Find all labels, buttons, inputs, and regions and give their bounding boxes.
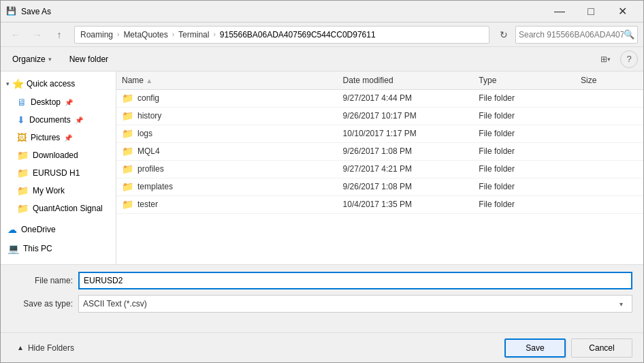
onedrive-label: OneDrive <box>21 225 56 234</box>
main-content: ▾ ⭐ Quick access 🖥 Desktop 📌 ⬇ Documents… <box>1 72 643 264</box>
navigation-toolbar: ← → ↑ Roaming › MetaQuotes › Terminal › … <box>1 22 643 47</box>
hide-folders-button[interactable]: ▲ Hide Folders <box>12 343 499 353</box>
bottom-panel: File name: Save as type: ASCII Text (*.c… <box>1 264 643 332</box>
breadcrumb-sep-2: › <box>171 31 176 38</box>
cancel-button[interactable]: Cancel <box>571 338 632 358</box>
breadcrumb-roaming[interactable]: Roaming <box>78 29 116 41</box>
table-row[interactable]: 📁 history 9/26/2017 10:17 PM File folder <box>116 107 643 125</box>
sidebar-item-quant[interactable]: 📁 QuantAction Signal <box>1 200 116 217</box>
table-row[interactable]: 📁 config 9/27/2017 4:44 PM File folder <box>116 89 643 107</box>
save-as-type-row: Save as type: ASCII Text (*.csv) ▾ <box>12 295 632 313</box>
col-header-name[interactable]: Name ▲ <box>116 72 338 89</box>
sidebar-item-my-work[interactable]: 📁 My Work <box>1 182 116 200</box>
breadcrumb-sep-1: › <box>116 31 120 38</box>
pictures-folder-icon: 🖼 <box>17 132 27 143</box>
file-label: templates <box>138 182 173 191</box>
refresh-button[interactable]: ↻ <box>495 26 513 44</box>
address-bar[interactable]: Roaming › MetaQuotes › Terminal › 915566… <box>74 26 489 44</box>
file-type-cell: File folder <box>473 195 575 213</box>
file-date-cell: 9/27/2017 4:44 PM <box>338 89 474 107</box>
search-input[interactable] <box>519 30 624 40</box>
sidebar-item-this-pc[interactable]: 💻 This PC <box>2 239 114 258</box>
close-button[interactable]: ✕ <box>607 1 638 22</box>
quant-label: QuantAction Signal <box>33 204 103 213</box>
folder-icon: 📁 <box>122 93 133 104</box>
table-row[interactable]: 📁 logs 10/10/2017 1:17 PM File folder <box>116 125 643 142</box>
forward-button[interactable]: → <box>28 26 47 44</box>
file-date-cell: 9/27/2017 4:21 PM <box>338 160 474 178</box>
titlebar: 💾 Save As — □ ✕ <box>1 1 643 22</box>
save-as-type-select[interactable]: ASCII Text (*.csv) ▾ <box>78 295 632 313</box>
minimize-button[interactable]: — <box>544 1 575 22</box>
file-size-cell <box>575 160 643 178</box>
documents-label: Documents <box>29 115 71 125</box>
file-type-cell: File folder <box>473 160 575 178</box>
folder-icon: 📁 <box>122 128 133 139</box>
file-name-cell: 📁 config <box>116 89 338 107</box>
dialog-title: Save As <box>21 7 544 16</box>
quick-access-expand-icon: ▾ <box>6 80 10 87</box>
view-options-button[interactable]: ⊞ ▾ <box>596 50 615 68</box>
search-icon: 🔍 <box>624 29 634 40</box>
sidebar-quick-access-header[interactable]: ▾ ⭐ Quick access <box>1 74 116 93</box>
sidebar: ▾ ⭐ Quick access 🖥 Desktop 📌 ⬇ Documents… <box>1 72 116 264</box>
file-type-cell: File folder <box>473 107 575 125</box>
sidebar-item-documents[interactable]: ⬇ Documents 📌 <box>1 111 116 129</box>
file-label: logs <box>138 129 152 138</box>
file-name-input[interactable] <box>78 272 632 289</box>
file-type-cell: File folder <box>473 89 575 107</box>
file-type-cell: File folder <box>473 125 575 142</box>
sidebar-item-pictures[interactable]: 🖼 Pictures 📌 <box>1 129 116 146</box>
file-label: tester <box>138 200 158 209</box>
sidebar-item-desktop[interactable]: 🖥 Desktop 📌 <box>1 93 116 111</box>
organize-button[interactable]: Organize ▾ <box>6 50 58 68</box>
folder-icon: 📁 <box>122 146 133 157</box>
table-row[interactable]: 📁 profiles 9/27/2017 4:21 PM File folder <box>116 160 643 178</box>
table-row[interactable]: 📁 tester 10/4/2017 1:35 PM File folder <box>116 195 643 213</box>
up-button[interactable]: ↑ <box>50 26 69 44</box>
breadcrumb-current: 915566BA06ADA407569C544CC0D97611 <box>217 29 379 41</box>
view-dropdown-icon: ▾ <box>607 56 611 63</box>
file-size-cell <box>575 195 643 213</box>
file-name-cell: 📁 tester <box>116 195 338 213</box>
eurusd-label: EURUSD H1 <box>33 168 80 178</box>
this-pc-label: This PC <box>23 244 52 253</box>
file-date-cell: 9/26/2017 1:08 PM <box>338 142 474 160</box>
col-header-type[interactable]: Type <box>473 72 575 89</box>
maximize-button[interactable]: □ <box>575 1 607 22</box>
eurusd-folder-icon: 📁 <box>17 168 29 178</box>
hide-folders-label: Hide Folders <box>28 343 74 353</box>
desktop-label: Desktop <box>31 97 61 107</box>
file-size-cell <box>575 89 643 107</box>
save-button[interactable]: Save <box>504 338 566 358</box>
downloaded-label: Downloaded <box>33 151 78 160</box>
new-folder-label: New folder <box>69 54 108 64</box>
back-button[interactable]: ← <box>6 26 25 44</box>
sidebar-item-eurusd[interactable]: 📁 EURUSD H1 <box>1 164 116 182</box>
file-name-cell: 📁 profiles <box>116 160 338 178</box>
sidebar-item-downloaded[interactable]: 📁 Downloaded <box>1 146 116 164</box>
breadcrumb-metaquotes[interactable]: MetaQuotes <box>120 29 170 41</box>
desktop-pin-icon: 📌 <box>65 99 73 106</box>
file-size-cell <box>575 142 643 160</box>
folder-icon: 📁 <box>122 181 133 192</box>
file-date-cell: 10/10/2017 1:17 PM <box>338 125 474 142</box>
sidebar-item-onedrive[interactable]: ☁ OneDrive <box>2 220 114 239</box>
new-folder-button[interactable]: New folder <box>63 50 114 68</box>
breadcrumb-sep-3: › <box>212 31 216 38</box>
action-toolbar: Organize ▾ New folder ⊞ ▾ ? <box>1 47 643 72</box>
table-row[interactable]: 📁 templates 9/26/2017 1:08 PM File folde… <box>116 178 643 195</box>
help-button[interactable]: ? <box>620 50 638 68</box>
table-row[interactable]: 📁 MQL4 9/26/2017 1:08 PM File folder <box>116 142 643 160</box>
file-type-cell: File folder <box>473 178 575 195</box>
col-header-date[interactable]: Date modified <box>338 72 474 89</box>
pictures-label: Pictures <box>31 133 60 142</box>
footer-bar: ▲ Hide Folders Save Cancel <box>1 332 643 362</box>
file-type-cell: File folder <box>473 142 575 160</box>
breadcrumb-terminal[interactable]: Terminal <box>176 29 212 41</box>
file-name-cell: 📁 logs <box>116 125 338 142</box>
file-name-cell: 📁 history <box>116 107 338 125</box>
col-header-size[interactable]: Size <box>575 72 643 89</box>
file-label: MQL4 <box>138 146 160 156</box>
file-table: Name ▲ Date modified Type Size <box>116 72 643 214</box>
